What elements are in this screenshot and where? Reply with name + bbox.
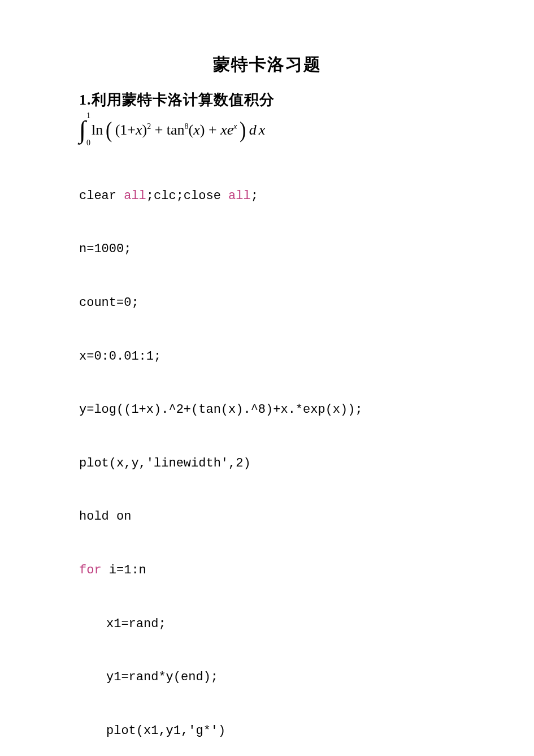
var-x: x [136, 122, 142, 138]
expr-text: ( [189, 122, 194, 138]
expr-text: ) [142, 122, 147, 138]
code-text: clear [79, 189, 124, 203]
code-text: ; [251, 189, 258, 203]
dx-d: d [249, 118, 257, 142]
code-line: count=0; [79, 290, 455, 316]
ln-text: ln [92, 118, 103, 142]
expr-text: + tan [151, 122, 184, 138]
var-x: x [193, 122, 200, 138]
code-keyword: all [124, 189, 146, 203]
integral-lower-limit: 0 [86, 139, 90, 147]
code-text: ;clc;close [146, 189, 228, 203]
integral-upper-limit: 1 [86, 112, 90, 120]
code-line: y1=rand*y(end); [79, 664, 455, 690]
code-line: for i=1:n [79, 557, 455, 584]
code-line: plot(x,y,'linewidth',2) [79, 450, 455, 477]
code-block: clear all;clc;close all; n=1000; count=0… [79, 156, 455, 756]
expr-text: (1+ [115, 122, 136, 138]
code-keyword: for [79, 563, 102, 577]
expr-text: ) [200, 122, 205, 138]
expr-text: + [205, 122, 221, 138]
integral-sign: ∫ 1 0 [79, 118, 86, 142]
code-text: i=1:n [102, 563, 146, 577]
code-line: clear all;clc;close all; [79, 183, 455, 209]
const-e: e [227, 122, 234, 138]
code-line: plot(x1,y1,'g*') [79, 718, 455, 744]
document-page: 蒙特卡洛习题 1.利用蒙特卡洛计算数值积分 ∫ 1 0 ln ( (1+x)2 … [0, 0, 534, 756]
exponent: 8 [185, 122, 189, 131]
code-line: x1=rand; [79, 611, 455, 637]
exponent: x [233, 122, 237, 131]
dx-x: x [259, 118, 266, 142]
var-x: x [220, 122, 227, 138]
code-line: hold on [79, 503, 455, 530]
page-title: 蒙特卡洛习题 [79, 51, 455, 78]
code-line: x=0:0.01:1; [79, 343, 455, 370]
big-paren-right-icon: ) [240, 120, 246, 140]
section-heading: 1.利用蒙特卡洛计算数值积分 [79, 88, 455, 112]
code-keyword: all [228, 189, 251, 203]
code-line: n=1000; [79, 236, 455, 262]
integral-expression: ∫ 1 0 ln ( (1+x)2 + tan8(x) + xex ) dx [79, 118, 455, 142]
big-paren-left-icon: ( [106, 120, 112, 140]
code-line: y=log((1+x).^2+(tan(x).^8)+x.*exp(x)); [79, 396, 455, 423]
